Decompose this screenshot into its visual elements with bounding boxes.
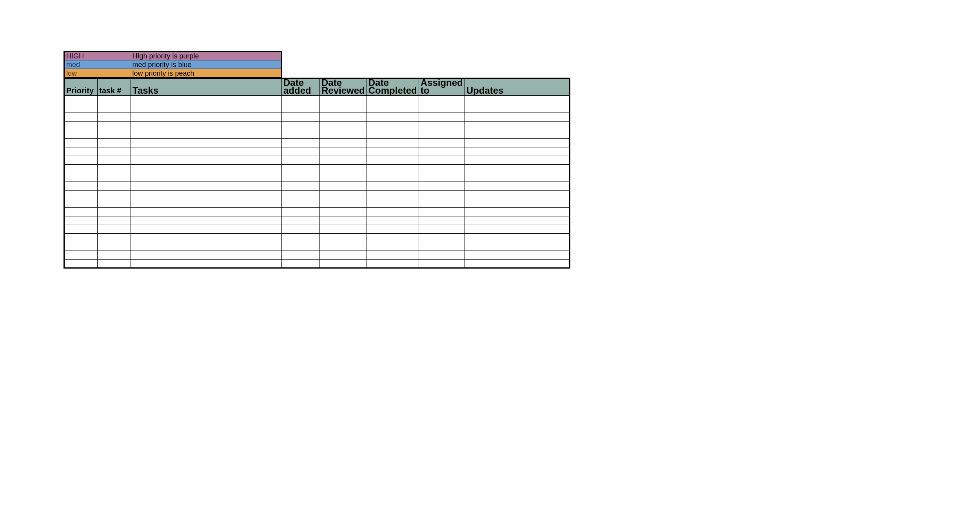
cell-date_reviewed[interactable] [320, 122, 367, 130]
cell-date_completed[interactable] [367, 165, 419, 173]
cell-date_completed[interactable] [367, 130, 419, 139]
cell-date_completed[interactable] [367, 234, 419, 242]
cell-assigned_to[interactable] [419, 225, 465, 234]
cell-priority[interactable] [64, 216, 98, 225]
cell-tasknum[interactable] [98, 165, 131, 173]
cell-priority[interactable] [64, 139, 98, 147]
cell-tasknum[interactable] [98, 260, 131, 268]
cell-priority[interactable] [64, 225, 98, 234]
cell-date_reviewed[interactable] [320, 147, 367, 156]
cell-date_reviewed[interactable] [320, 225, 367, 234]
cell-tasks[interactable] [131, 199, 282, 208]
cell-priority[interactable] [64, 96, 98, 104]
cell-tasknum[interactable] [98, 208, 131, 216]
cell-date_reviewed[interactable] [320, 113, 367, 122]
cell-date_completed[interactable] [367, 191, 419, 199]
cell-date_reviewed[interactable] [320, 165, 367, 173]
cell-updates[interactable] [465, 251, 570, 260]
cell-date_added[interactable] [282, 225, 320, 234]
cell-updates[interactable] [465, 208, 570, 216]
cell-priority[interactable] [64, 122, 98, 130]
cell-priority[interactable] [64, 173, 98, 182]
cell-tasknum[interactable] [98, 216, 131, 225]
cell-priority[interactable] [64, 199, 98, 208]
cell-date_added[interactable] [282, 251, 320, 260]
cell-date_reviewed[interactable] [320, 156, 367, 165]
cell-updates[interactable] [465, 191, 570, 199]
cell-tasknum[interactable] [98, 113, 131, 122]
cell-tasknum[interactable] [98, 96, 131, 104]
cell-priority[interactable] [64, 147, 98, 156]
cell-date_reviewed[interactable] [320, 199, 367, 208]
cell-tasks[interactable] [131, 260, 282, 268]
cell-date_added[interactable] [282, 208, 320, 216]
cell-date_reviewed[interactable] [320, 260, 367, 268]
cell-tasks[interactable] [131, 208, 282, 216]
cell-date_completed[interactable] [367, 104, 419, 113]
cell-tasks[interactable] [131, 182, 282, 191]
cell-priority[interactable] [64, 208, 98, 216]
cell-tasks[interactable] [131, 216, 282, 225]
cell-date_added[interactable] [282, 113, 320, 122]
cell-date_added[interactable] [282, 199, 320, 208]
cell-date_completed[interactable] [367, 182, 419, 191]
cell-assigned_to[interactable] [419, 173, 465, 182]
cell-date_completed[interactable] [367, 156, 419, 165]
cell-date_completed[interactable] [367, 225, 419, 234]
cell-updates[interactable] [465, 234, 570, 242]
cell-updates[interactable] [465, 260, 570, 268]
cell-updates[interactable] [465, 139, 570, 147]
cell-assigned_to[interactable] [419, 234, 465, 242]
cell-priority[interactable] [64, 260, 98, 268]
cell-tasks[interactable] [131, 191, 282, 199]
cell-tasknum[interactable] [98, 104, 131, 113]
cell-tasknum[interactable] [98, 147, 131, 156]
cell-updates[interactable] [465, 147, 570, 156]
cell-priority[interactable] [64, 113, 98, 122]
cell-tasks[interactable] [131, 242, 282, 251]
cell-updates[interactable] [465, 216, 570, 225]
cell-date_added[interactable] [282, 234, 320, 242]
cell-tasknum[interactable] [98, 234, 131, 242]
cell-priority[interactable] [64, 130, 98, 139]
cell-date_completed[interactable] [367, 139, 419, 147]
cell-assigned_to[interactable] [419, 96, 465, 104]
cell-date_completed[interactable] [367, 208, 419, 216]
cell-tasks[interactable] [131, 173, 282, 182]
cell-assigned_to[interactable] [419, 199, 465, 208]
cell-priority[interactable] [64, 251, 98, 260]
cell-tasks[interactable] [131, 225, 282, 234]
cell-assigned_to[interactable] [419, 139, 465, 147]
cell-tasks[interactable] [131, 130, 282, 139]
cell-updates[interactable] [465, 113, 570, 122]
cell-priority[interactable] [64, 156, 98, 165]
cell-date_completed[interactable] [367, 122, 419, 130]
cell-date_reviewed[interactable] [320, 139, 367, 147]
cell-assigned_to[interactable] [419, 113, 465, 122]
cell-date_reviewed[interactable] [320, 208, 367, 216]
cell-date_completed[interactable] [367, 113, 419, 122]
cell-updates[interactable] [465, 96, 570, 104]
cell-tasknum[interactable] [98, 139, 131, 147]
cell-tasks[interactable] [131, 147, 282, 156]
cell-assigned_to[interactable] [419, 130, 465, 139]
cell-date_added[interactable] [282, 139, 320, 147]
cell-tasknum[interactable] [98, 191, 131, 199]
cell-date_added[interactable] [282, 122, 320, 130]
cell-updates[interactable] [465, 242, 570, 251]
cell-priority[interactable] [64, 182, 98, 191]
cell-date_added[interactable] [282, 260, 320, 268]
cell-assigned_to[interactable] [419, 191, 465, 199]
cell-date_completed[interactable] [367, 173, 419, 182]
cell-date_reviewed[interactable] [320, 182, 367, 191]
cell-assigned_to[interactable] [419, 260, 465, 268]
cell-tasknum[interactable] [98, 122, 131, 130]
cell-tasknum[interactable] [98, 225, 131, 234]
cell-date_completed[interactable] [367, 242, 419, 251]
cell-date_added[interactable] [282, 104, 320, 113]
cell-assigned_to[interactable] [419, 104, 465, 113]
cell-date_reviewed[interactable] [320, 104, 367, 113]
cell-tasknum[interactable] [98, 130, 131, 139]
cell-date_reviewed[interactable] [320, 242, 367, 251]
cell-tasks[interactable] [131, 165, 282, 173]
